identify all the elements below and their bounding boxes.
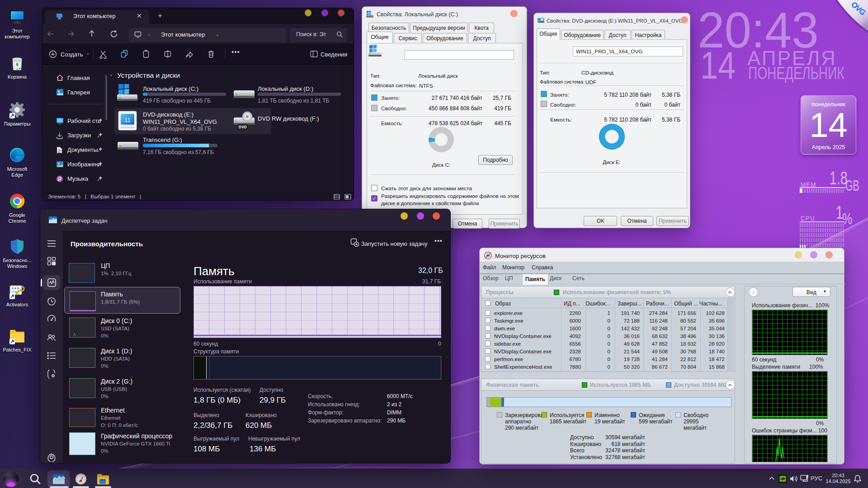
svg-text:11: 11	[124, 117, 131, 123]
svg-text:DVD: DVD	[239, 125, 247, 129]
